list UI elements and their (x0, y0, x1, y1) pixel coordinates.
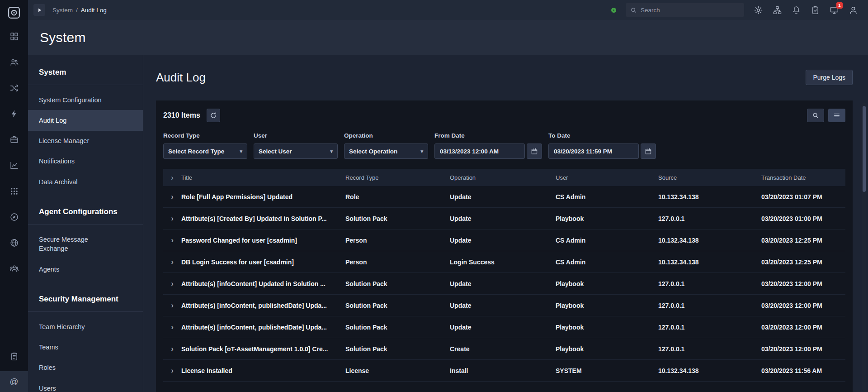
table-row[interactable]: ›DB Login Success for user [csadmin]Pers… (163, 251, 845, 273)
table-row[interactable]: ›Attribute(s) [infoContent, publishedDat… (163, 316, 845, 338)
sitemap-button[interactable] (773, 5, 782, 15)
rail-tasks-button[interactable] (0, 345, 28, 367)
rail-community-button[interactable] (0, 258, 28, 279)
filter-operation: OperationSelect Operation▾ (344, 132, 428, 159)
war-room-button[interactable]: 1 (830, 5, 839, 15)
select-value: Select Record Type (168, 148, 224, 155)
refresh-button[interactable] (207, 109, 220, 122)
breadcrumb-parent[interactable]: System (52, 7, 73, 14)
table-row[interactable]: ›Solution Pack [oT-AssetManagement 1.0.0… (163, 338, 845, 360)
rail-mentions-button[interactable]: @ (0, 371, 28, 392)
column-header-operation[interactable]: Operation (450, 174, 556, 181)
sidebar-item-secure-message-exchange[interactable]: Secure Message Exchange (28, 229, 143, 259)
sidebar-item-data-archival[interactable]: Data Archival (28, 172, 143, 192)
cell-user: Playbook (556, 302, 658, 309)
row-expand-icon[interactable]: › (163, 345, 181, 353)
table-row[interactable]: ›Role [Full App Permissions] UpdatedRole… (163, 186, 845, 208)
row-expand-icon[interactable]: › (163, 367, 181, 374)
rail-dashboard-button[interactable] (0, 25, 28, 47)
from-date-input[interactable]: 03/13/2023 12:00 AM (434, 143, 525, 159)
sidebar-item-license-manager[interactable]: License Manager (28, 131, 143, 151)
sidebar-item-system-configuration[interactable]: System Configuration (28, 90, 143, 110)
table-row[interactable]: ›Attribute(s) [infoContent, publishedDat… (163, 295, 845, 316)
calendar-icon (531, 148, 538, 155)
column-header-user[interactable]: User (556, 174, 658, 181)
from-date-calendar-button[interactable] (527, 143, 542, 159)
line-chart-icon (9, 161, 19, 170)
approvals-button[interactable] (811, 5, 820, 15)
sidebar-item-audit-log[interactable]: Audit Log (28, 110, 143, 130)
rail-connectors-button[interactable] (0, 77, 28, 99)
global-search[interactable] (626, 3, 744, 17)
user-select[interactable]: Select User▾ (254, 143, 338, 159)
cell-source: 127.0.0.1 (658, 280, 761, 287)
cell-transaction-date: 03/20/2023 11:56 AM (761, 367, 845, 374)
column-header-transaction-date[interactable]: Transaction Date (761, 174, 845, 181)
user-profile-button[interactable] (849, 5, 858, 15)
scrollbar[interactable] (862, 102, 866, 391)
rail-apps-button[interactable] (0, 180, 28, 202)
filter-label-operation: Operation (344, 132, 428, 139)
cell-user: Playbook (556, 345, 658, 353)
table-search-button[interactable] (807, 109, 824, 122)
notifications-button[interactable] (792, 5, 801, 15)
search-input[interactable] (641, 7, 740, 14)
page-title: System (40, 30, 86, 45)
audit-table-body: ›Role [Full App Permissions] UpdatedRole… (163, 186, 845, 382)
row-expand-icon[interactable]: › (163, 258, 181, 266)
settings-button[interactable] (754, 5, 763, 15)
sidebar-item-users[interactable]: Users (28, 378, 143, 392)
column-header-record-type[interactable]: Record Type (345, 174, 450, 181)
table-row[interactable]: ›License InstalledLicenseInstallSYSTEM10… (163, 360, 845, 382)
cell-title: Attribute(s) [infoContent] Updated in So… (181, 280, 345, 287)
cell-user: Playbook (556, 324, 658, 331)
operation-select[interactable]: Select Operation▾ (344, 143, 428, 159)
sidebar-section-title-security-management: Security Management (28, 295, 143, 312)
sidebar-item-teams[interactable]: Teams (28, 337, 143, 358)
breadcrumb-separator: / (76, 7, 78, 14)
table-row[interactable]: ›Attribute(s) [infoContent] Updated in S… (163, 273, 845, 295)
icon-rail: @ (0, 0, 28, 392)
row-expand-icon[interactable]: › (163, 301, 181, 309)
sidebar-item-team-hierarchy[interactable]: Team Hierarchy (28, 316, 143, 337)
table-row[interactable]: ›Password Changed for user [csadmin]Pers… (163, 229, 845, 251)
scrollbar-thumb[interactable] (863, 106, 866, 192)
rail-case-management-button[interactable] (0, 129, 28, 150)
person-icon (849, 5, 858, 15)
row-expand-icon[interactable]: › (163, 236, 181, 244)
audit-log-title: Audit Log (156, 71, 206, 85)
table-row[interactable]: ›Attribute(s) [Created By] Updated in So… (163, 208, 845, 229)
cell-title: License Installed (181, 367, 345, 374)
row-expand-icon[interactable]: › (163, 280, 181, 287)
rail-bottom-group: @ (0, 345, 28, 392)
row-expand-icon[interactable]: › (163, 193, 181, 201)
record-type-select[interactable]: Select Record Type▾ (163, 143, 247, 159)
column-header-source[interactable]: Source (658, 174, 761, 181)
cell-title: Attribute(s) [Created By] Updated in Sol… (181, 215, 345, 222)
row-expand-icon[interactable]: › (163, 323, 181, 331)
to-date-input[interactable]: 03/20/2023 11:59 PM (548, 143, 639, 159)
cell-source: 127.0.0.1 (658, 324, 761, 331)
sidebar-item-roles[interactable]: Roles (28, 358, 143, 378)
rail-automation-button[interactable] (0, 103, 28, 124)
cell-record-type: Solution Pack (345, 324, 450, 331)
notification-badge: 1 (836, 2, 843, 9)
rail-threat-intel-button[interactable] (0, 232, 28, 253)
rail-users-button[interactable] (0, 51, 28, 73)
rail-reports-button[interactable] (0, 154, 28, 176)
purge-logs-button[interactable]: Purge Logs (806, 70, 853, 85)
nav-expand-button[interactable] (33, 4, 45, 16)
sidebar-item-notifications[interactable]: Notifications (28, 151, 143, 172)
filter-label-to-date: To Date (548, 132, 656, 139)
table-options-button[interactable] (828, 109, 845, 122)
rail-navigation-button[interactable] (0, 206, 28, 228)
system-health-icon[interactable] (611, 8, 616, 13)
sidebar-item-agents[interactable]: Agents (28, 259, 143, 279)
cell-operation: Update (450, 237, 556, 244)
app-logo[interactable] (0, 0, 28, 25)
expand-all-icon[interactable]: › (163, 174, 181, 182)
to-date-calendar-button[interactable] (641, 143, 656, 159)
cell-record-type: Solution Pack (345, 215, 450, 222)
row-expand-icon[interactable]: › (163, 215, 181, 222)
column-header-title[interactable]: Title (181, 174, 345, 181)
